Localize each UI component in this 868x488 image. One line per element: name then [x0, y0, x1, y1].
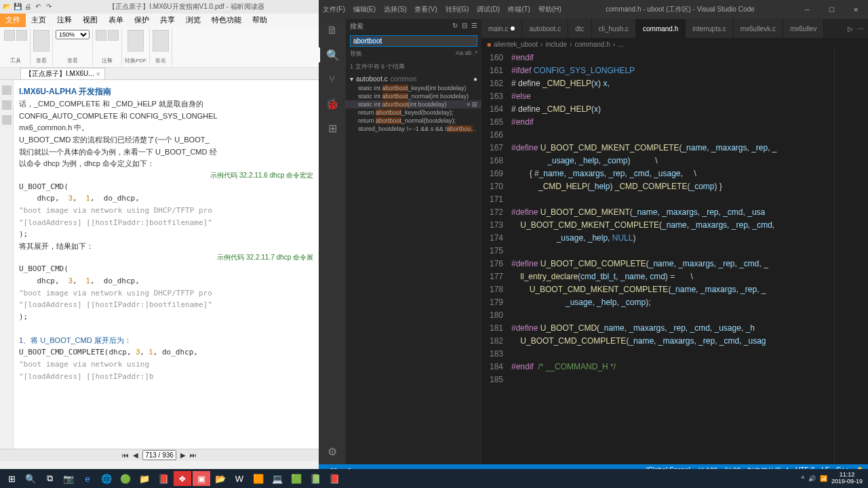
- first-page-icon[interactable]: ⏮: [122, 451, 129, 459]
- search-result-line[interactable]: static int abortboot_normal(int bootdela…: [346, 92, 481, 100]
- app-icon[interactable]: W: [231, 471, 248, 486]
- search-result-line[interactable]: return abortboot_normal(bootdelay);: [346, 117, 481, 125]
- editor-tab[interactable]: dtc: [568, 19, 591, 38]
- pages-icon[interactable]: [2, 100, 12, 110]
- menu-edit[interactable]: 编辑(E): [349, 2, 380, 17]
- open-icon[interactable]: 📂: [3, 3, 11, 11]
- app-icon[interactable]: 💻: [269, 471, 286, 486]
- menu-protect[interactable]: 保护: [129, 14, 155, 27]
- system-tray[interactable]: ^ 🔊 📶 11:122019-09-19: [802, 472, 865, 485]
- last-page-icon[interactable]: ⏭: [190, 451, 197, 459]
- search-input[interactable]: abortboot: [350, 35, 477, 47]
- more-icon[interactable]: ⋯: [857, 25, 864, 33]
- explorer-icon[interactable]: 🗎: [325, 23, 340, 38]
- convert-icon[interactable]: [127, 30, 144, 52]
- menu-terminal[interactable]: 终端(T): [504, 2, 534, 17]
- pdf-doc-tab[interactable]: 【正点原子】I.MX6U...×: [20, 68, 105, 79]
- menu-view[interactable]: 查看(V): [410, 2, 441, 17]
- close-icon[interactable]: ×: [96, 70, 100, 78]
- taskview-icon[interactable]: ⧉: [41, 471, 58, 486]
- replace-label[interactable]: 替换: [350, 49, 362, 58]
- menu-file[interactable]: 文件(F): [319, 2, 349, 17]
- app-icon[interactable]: e: [79, 471, 96, 486]
- search-icon[interactable]: 🔍: [319, 47, 346, 62]
- editor-tab[interactable]: main.c: [481, 19, 522, 38]
- app-icon[interactable]: 📗: [307, 471, 324, 486]
- clock[interactable]: 11:122019-09-19: [831, 472, 865, 485]
- code-editor[interactable]: 1601611621631641651661671681691701711721…: [481, 50, 868, 464]
- print-icon[interactable]: 🖨: [24, 3, 33, 11]
- word-icon[interactable]: ab: [465, 49, 471, 56]
- menu-go[interactable]: 转到(G): [441, 2, 473, 17]
- close-icon[interactable]: ✕: [844, 0, 868, 19]
- menu-view[interactable]: 视图: [77, 14, 103, 27]
- next-page-icon[interactable]: ▶: [180, 451, 186, 459]
- zoom-select[interactable]: 150%: [56, 30, 90, 39]
- menu-home[interactable]: 主页: [26, 14, 52, 27]
- app-icon[interactable]: 📷: [60, 471, 77, 486]
- sign-icon[interactable]: [153, 30, 169, 52]
- menu-file[interactable]: 文件: [0, 14, 26, 27]
- tray-icon[interactable]: 📶: [820, 475, 827, 482]
- attachment-icon[interactable]: [2, 115, 12, 125]
- menu-browse[interactable]: 浏览: [180, 14, 206, 27]
- editor-tab[interactable]: cli_hush.c: [592, 19, 636, 38]
- save-icon[interactable]: 💾: [14, 3, 22, 11]
- app-icon[interactable]: 🟢: [117, 471, 134, 486]
- start-icon[interactable]: ⊞: [3, 471, 20, 486]
- extensions-icon[interactable]: ⊞: [325, 121, 340, 136]
- debug-icon[interactable]: 🐞: [325, 96, 340, 111]
- hand-tool-icon[interactable]: [4, 30, 15, 41]
- code-lines[interactable]: #endif #ifdef CONFIG_SYS_LONGHELP # defi…: [511, 50, 834, 464]
- gear-icon[interactable]: ⚙: [325, 444, 340, 459]
- regex-icon[interactable]: .*: [473, 49, 477, 56]
- app-icon[interactable]: 📕: [155, 471, 172, 486]
- highlight-icon[interactable]: [108, 30, 119, 41]
- menu-help[interactable]: 帮助: [247, 14, 273, 27]
- app-icon[interactable]: 🟧: [250, 471, 267, 486]
- case-icon[interactable]: Aa: [456, 49, 463, 56]
- collapse-icon[interactable]: ☰: [471, 22, 477, 31]
- app-icon[interactable]: 📂: [212, 471, 229, 486]
- menu-debug[interactable]: 调试(D): [473, 2, 504, 17]
- tray-icon[interactable]: ^: [802, 475, 804, 482]
- page-input[interactable]: [142, 450, 176, 460]
- app-icon[interactable]: ❖: [174, 471, 191, 486]
- editor-tab[interactable]: mx6ullevk.c: [734, 19, 783, 38]
- editor-tab[interactable]: autoboot.c: [522, 19, 568, 38]
- typewriter-icon[interactable]: [96, 30, 106, 41]
- tray-icon[interactable]: 🔊: [808, 475, 816, 482]
- search-result-line[interactable]: stored_bootdelay != -1 && s && !abortboo…: [346, 125, 481, 133]
- refresh-icon[interactable]: ↻: [452, 22, 458, 31]
- editor-tab[interactable]: mx6ullev: [783, 19, 824, 38]
- fit-page-icon[interactable]: [33, 30, 50, 52]
- editor-tab[interactable]: command.h: [636, 19, 686, 38]
- menu-help[interactable]: 帮助(H): [534, 2, 566, 17]
- bookmark-icon[interactable]: [2, 85, 12, 95]
- menu-feature[interactable]: 特色功能: [206, 14, 247, 27]
- search-result-line[interactable]: static int abortboot_keyed(int bootdelay…: [346, 84, 481, 92]
- split-icon[interactable]: ▷: [848, 25, 853, 33]
- select-tool-icon[interactable]: [16, 30, 27, 41]
- undo-icon[interactable]: ↶: [35, 3, 43, 11]
- app-icon[interactable]: 📕: [326, 471, 343, 486]
- app-icon[interactable]: 🌐: [98, 471, 115, 486]
- app-icon[interactable]: 📁: [136, 471, 153, 486]
- maximize-icon[interactable]: ☐: [819, 0, 844, 19]
- minimize-icon[interactable]: ─: [795, 0, 819, 19]
- breadcrumb[interactable]: ■alientek_uboot › include › command.h › …: [481, 38, 868, 50]
- prev-page-icon[interactable]: ◀: [133, 451, 138, 459]
- app-icon[interactable]: 🟩: [288, 471, 305, 486]
- app-icon[interactable]: ▣: [193, 471, 210, 486]
- menu-comment[interactable]: 注释: [52, 14, 77, 27]
- search-icon[interactable]: 🔍: [22, 471, 39, 486]
- scm-icon[interactable]: ⑂: [325, 72, 340, 87]
- menu-form[interactable]: 表单: [103, 14, 129, 27]
- clear-icon[interactable]: ⊟: [462, 22, 467, 31]
- menu-selection[interactable]: 选择(S): [380, 2, 410, 17]
- editor-tab[interactable]: interrupts.c: [686, 19, 733, 38]
- menu-share[interactable]: 共享: [155, 14, 180, 27]
- redo-icon[interactable]: ↷: [46, 3, 54, 11]
- search-result-file[interactable]: ▾ autoboot.c common●: [346, 74, 481, 84]
- search-result-line[interactable]: static int abortboot(int bootdelay) × ⊟: [346, 100, 481, 108]
